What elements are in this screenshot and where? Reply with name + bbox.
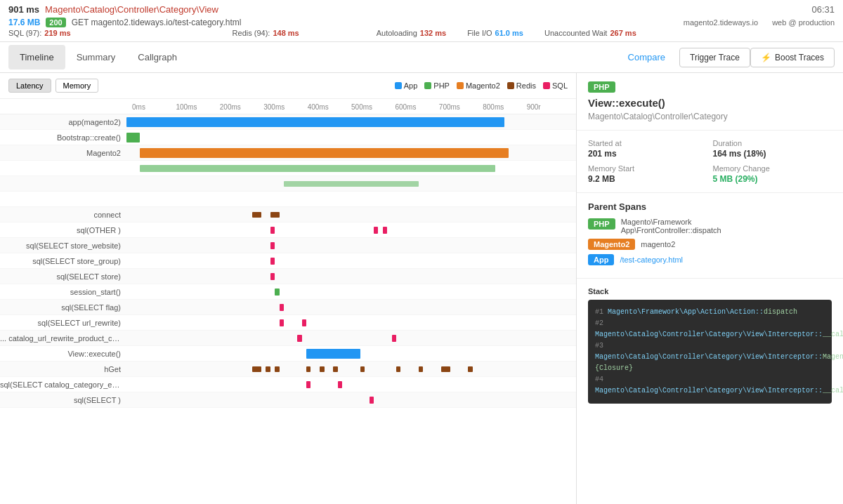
memory-change-label: Memory Change — [713, 164, 832, 173]
trace-row-sub1 — [0, 161, 576, 176]
memory-change-cell: Memory Change 5 MB (29%) — [713, 164, 832, 184]
bar-sql-cat2 — [392, 335, 396, 342]
bar-session — [275, 289, 279, 296]
bar-redis2 — [270, 212, 280, 218]
latency-toggle[interactable]: Latency — [8, 79, 51, 93]
trace-row-hget[interactable]: hGet — [0, 362, 576, 377]
breadcrumb[interactable]: Magento\Catalog\Controller\Category\View — [45, 4, 218, 15]
detail-subtitle: Magento\Catalog\Controller\Category — [588, 112, 832, 121]
legend-redis-label: Redis — [516, 81, 536, 90]
nav-bar: Timeline Summary Callgraph Compare Trigg… — [0, 42, 843, 73]
trigger-trace-button[interactable]: Trigger Trace — [679, 48, 750, 67]
detail-php-badge: PHP — [588, 81, 615, 93]
unaccounted-value: 267 ms — [610, 29, 636, 37]
autoloading-value: 132 ms — [420, 29, 446, 37]
bar-hget7 — [360, 366, 365, 372]
trace-bars — [126, 192, 576, 206]
timeline-axis: 0ms 100ms 200ms 300ms 400ms 500ms 600ms … — [0, 102, 576, 114]
trace-bars — [126, 223, 576, 237]
span-php-badge: PHP — [588, 218, 615, 230]
bar-hget1 — [252, 366, 261, 372]
trace-label: app(magento2) — [0, 118, 126, 126]
trace-label: sql(SELECT store_group) — [0, 257, 126, 265]
trace-row-bootstrap[interactable]: Bootstrap::create() — [0, 130, 576, 145]
legend-magento-label: Magento2 — [466, 81, 500, 90]
trace-row-sql-select[interactable]: sql(SELECT ) — [0, 392, 576, 408]
legend-app: App — [395, 81, 418, 90]
memory-start-label: Memory Start — [588, 164, 707, 173]
bar-php — [126, 133, 140, 142]
bar-sql-sw — [270, 242, 275, 249]
autoloading-label: Autoloading — [377, 29, 417, 37]
bar-hget3 — [275, 366, 279, 372]
trace-label: sql(SELECT store) — [0, 272, 126, 281]
trace-label: sql(SELECT store_website) — [0, 241, 126, 250]
trace-row-sql-other[interactable]: sql(OTHER ) — [0, 223, 576, 238]
bar-hget5 — [320, 366, 324, 372]
unaccounted-metric: Unaccounted Wait 267 ms — [544, 29, 636, 37]
trace-row-sql-category-entity[interactable]: sql(SELECT catalog_category_entity) — [0, 377, 576, 392]
bar-sql-ce2 — [338, 381, 342, 388]
tab-summary[interactable]: Summary — [65, 45, 127, 69]
trace-bars — [126, 161, 576, 175]
trace-row-magento[interactable]: Magento2 — [0, 145, 576, 161]
php-color — [424, 82, 431, 89]
bar-sql-ce1 — [306, 381, 311, 388]
trace-row-view-execute[interactable]: View::execute() — [0, 346, 576, 362]
detail-badge-wrapper: PHP — [588, 81, 832, 97]
memory-toggle[interactable]: Memory — [55, 79, 99, 93]
trace-bars — [126, 300, 576, 314]
span-row-magento: Magento2 magento2 — [588, 239, 832, 250]
trace-bars — [126, 176, 576, 191]
detail-panel: PHP View::execute() Magento\Catalog\Cont… — [576, 73, 843, 504]
memory-start-cell: Memory Start 9.2 MB — [588, 164, 707, 184]
timeline-controls: Latency Memory App PHP Magento2 Redis — [0, 73, 576, 99]
trace-row-sql-url-rewrite[interactable]: sql(SELECT url_rewrite) — [0, 315, 576, 331]
main-content: Latency Memory App PHP Magento2 Redis — [0, 73, 843, 504]
unaccounted-label: Unaccounted Wait — [544, 29, 607, 37]
bar-view-execute — [306, 349, 360, 359]
tab-timeline[interactable]: Timeline — [8, 45, 65, 69]
span-magento-text: magento2 — [641, 240, 675, 248]
trace-bars — [126, 130, 576, 145]
trace-row-session[interactable]: session_start() — [0, 284, 576, 300]
span-magento-badge: Magento2 — [588, 239, 635, 250]
trace-row-sub2 — [0, 176, 576, 192]
trace-label: sql(SELECT ) — [0, 396, 126, 404]
trace-row-sql-website[interactable]: sql(SELECT store_website) — [0, 238, 576, 253]
bar-hget10 — [441, 366, 450, 372]
parent-spans-section: Parent Spans PHP Magento\FrameworkApp\Fr… — [577, 193, 843, 279]
bar-sql2 — [374, 227, 378, 234]
bar-magento — [140, 148, 509, 158]
span-app-text[interactable]: /test-category.html — [620, 256, 683, 264]
legend-redis: Redis — [507, 81, 536, 90]
legend-app-label: App — [404, 81, 418, 90]
response-time: 901 ms — [8, 4, 39, 15]
started-at-value: 201 ms — [588, 149, 707, 159]
legend: App PHP Magento2 Redis SQL — [395, 81, 568, 90]
bar-sql-ur2 — [302, 319, 306, 326]
trace-row-sql-group[interactable]: sql(SELECT store_group) — [0, 253, 576, 269]
bar-sql-flag — [280, 304, 284, 311]
duration-value: 164 ms (18%) — [713, 149, 832, 159]
trace-bars — [126, 114, 576, 129]
timeline-panel: Latency Memory App PHP Magento2 Redis — [0, 73, 576, 504]
legend-php-label: PHP — [433, 81, 450, 90]
detail-header: PHP View::execute() Magento\Catalog\Cont… — [577, 73, 843, 131]
trace-row-sql-store[interactable]: sql(SELECT store) — [0, 269, 576, 284]
trace-label: connect — [0, 211, 126, 219]
boost-traces-button[interactable]: Boost Traces — [750, 48, 835, 67]
fileio-label: File I/O — [467, 29, 492, 37]
fileio-value: 61.0 ms — [495, 29, 523, 37]
bar-app — [126, 117, 504, 127]
trace-row-sql-flag[interactable]: sql(SELECT flag) — [0, 300, 576, 315]
server: magento2.tideways.io — [684, 18, 758, 27]
sql-value: 219 ms — [44, 29, 70, 37]
memory-start-value: 9.2 MB — [588, 174, 707, 184]
tab-callgraph[interactable]: Callgraph — [126, 45, 188, 69]
trace-row-catalog-url[interactable]: ... catalog_url_rewrite_product_category… — [0, 331, 576, 346]
trace-label: Magento2 — [0, 149, 126, 157]
trace-row-app[interactable]: app(magento2) — [0, 114, 576, 130]
compare-link[interactable]: Compare — [628, 52, 665, 62]
trace-row-connect[interactable]: connect — [0, 207, 576, 223]
